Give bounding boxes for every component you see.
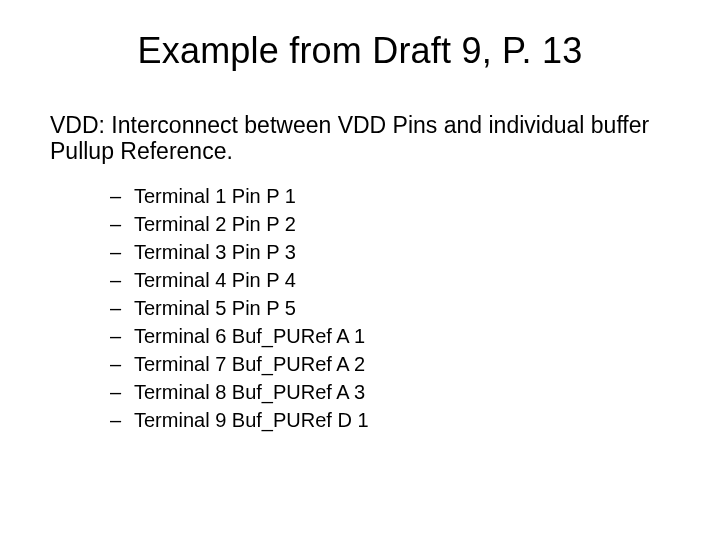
slide-title: Example from Draft 9, P. 13 [40, 30, 680, 72]
terminal-text: Terminal 7 Buf_PURef A 2 [134, 351, 365, 378]
bullet-dash: – [110, 407, 134, 434]
list-item: – Terminal 1 Pin P 1 [110, 183, 680, 210]
list-item: – Terminal 3 Pin P 3 [110, 239, 680, 266]
terminal-text: Terminal 3 Pin P 3 [134, 239, 296, 266]
bullet-dash: – [110, 379, 134, 406]
bullet-dash: – [110, 239, 134, 266]
list-item: – Terminal 8 Buf_PURef A 3 [110, 379, 680, 406]
terminal-text: Terminal 4 Pin P 4 [134, 267, 296, 294]
terminal-text: Terminal 1 Pin P 1 [134, 183, 296, 210]
terminal-list: – Terminal 1 Pin P 1 – Terminal 2 Pin P … [40, 183, 680, 434]
terminal-text: Terminal 5 Pin P 5 [134, 295, 296, 322]
list-item: – Terminal 2 Pin P 2 [110, 211, 680, 238]
bullet-dash: – [110, 211, 134, 238]
list-item: – Terminal 6 Buf_PURef A 1 [110, 323, 680, 350]
terminal-text: Terminal 8 Buf_PURef A 3 [134, 379, 365, 406]
bullet-dash: – [110, 351, 134, 378]
bullet-dash: – [110, 323, 134, 350]
list-item: – Terminal 9 Buf_PURef D 1 [110, 407, 680, 434]
bullet-dash: – [110, 295, 134, 322]
list-item: – Terminal 5 Pin P 5 [110, 295, 680, 322]
terminal-text: Terminal 2 Pin P 2 [134, 211, 296, 238]
list-item: – Terminal 7 Buf_PURef A 2 [110, 351, 680, 378]
subtitle: VDD: Interconnect between VDD Pins and i… [40, 112, 680, 165]
terminal-text: Terminal 6 Buf_PURef A 1 [134, 323, 365, 350]
list-item: – Terminal 4 Pin P 4 [110, 267, 680, 294]
bullet-dash: – [110, 267, 134, 294]
terminal-text: Terminal 9 Buf_PURef D 1 [134, 407, 369, 434]
bullet-dash: – [110, 183, 134, 210]
